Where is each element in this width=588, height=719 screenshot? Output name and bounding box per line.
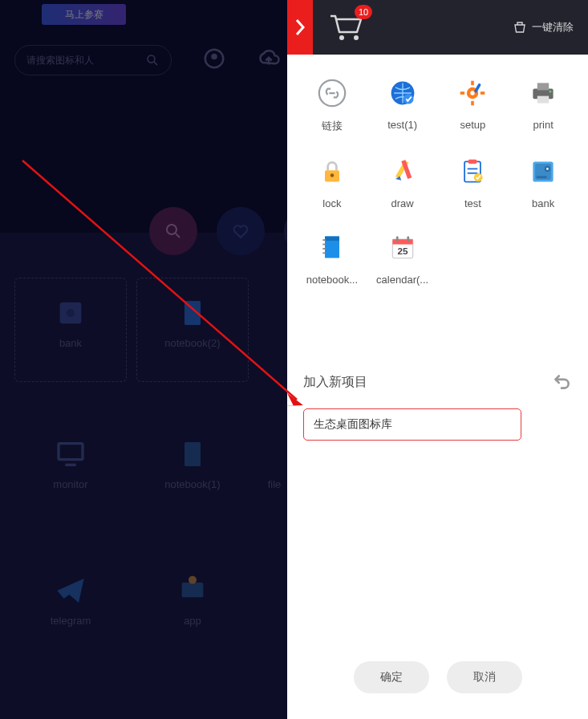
svg-point-31 bbox=[549, 91, 552, 93]
dark-overlay bbox=[0, 0, 287, 719]
undo-icon bbox=[551, 371, 572, 392]
confirm-button[interactable]: 确定 bbox=[354, 661, 429, 693]
chevron-right-icon bbox=[294, 18, 306, 36]
svg-rect-53 bbox=[392, 239, 412, 244]
svg-rect-50 bbox=[322, 248, 326, 250]
bank-item-label: bank bbox=[509, 197, 577, 209]
svg-rect-49 bbox=[322, 244, 326, 246]
cart-count: 10 bbox=[359, 7, 368, 17]
notebook-item-label: notebook... bbox=[298, 274, 366, 286]
svg-point-33 bbox=[330, 173, 335, 177]
link-icon bbox=[318, 79, 347, 108]
icon-grid: 链接test(1)setupprintlockdrawtestbanknoteb… bbox=[287, 55, 588, 286]
svg-rect-37 bbox=[468, 160, 477, 164]
test-item[interactable]: test bbox=[440, 157, 507, 209]
test1-item-label: test(1) bbox=[369, 119, 436, 131]
svg-point-16 bbox=[339, 35, 344, 40]
clear-all-label: 一键清除 bbox=[532, 20, 574, 35]
bottom-actions: 确定 取消 bbox=[287, 661, 588, 693]
link-item-label: 链接 bbox=[298, 119, 366, 133]
cart-panel: 10 一键清除 链接test(1)setupprintlockdrawtestb… bbox=[287, 0, 588, 719]
calendar-item[interactable]: 25calendar(... bbox=[369, 234, 436, 286]
notebook-icon bbox=[318, 234, 347, 262]
svg-rect-22 bbox=[472, 81, 475, 85]
undo-button[interactable] bbox=[551, 371, 572, 392]
gear-icon bbox=[458, 79, 487, 108]
clipboard-icon bbox=[458, 157, 487, 186]
globe-icon bbox=[388, 79, 417, 108]
draw-item[interactable]: draw bbox=[369, 157, 436, 209]
lock-icon bbox=[318, 157, 347, 186]
panel-header: 10 一键清除 bbox=[287, 0, 588, 55]
pencil-icon bbox=[388, 157, 417, 186]
safe-icon bbox=[529, 157, 558, 186]
test1-item[interactable]: test(1) bbox=[369, 79, 436, 133]
broom-icon bbox=[513, 20, 527, 35]
test-item-label: test bbox=[440, 197, 507, 209]
print-item[interactable]: print bbox=[509, 79, 577, 133]
svg-point-26 bbox=[471, 91, 475, 95]
link-item[interactable]: 链接 bbox=[298, 79, 366, 133]
cart-indicator[interactable]: 10 bbox=[327, 11, 367, 43]
draw-item-label: draw bbox=[369, 197, 436, 209]
setup-item-label: setup bbox=[440, 119, 507, 131]
collapse-button[interactable] bbox=[287, 0, 313, 55]
svg-point-20 bbox=[403, 94, 414, 104]
lock-item[interactable]: lock bbox=[298, 157, 366, 209]
svg-rect-48 bbox=[322, 239, 326, 241]
add-project-section: 加入新项目 bbox=[287, 374, 588, 441]
cancel-button[interactable]: 取消 bbox=[447, 661, 522, 693]
print-item-label: print bbox=[509, 119, 577, 131]
svg-text:25: 25 bbox=[397, 246, 408, 256]
svg-rect-29 bbox=[537, 83, 549, 90]
clear-all-button[interactable]: 一键清除 bbox=[513, 20, 574, 35]
svg-rect-55 bbox=[407, 237, 409, 242]
svg-point-44 bbox=[546, 168, 549, 170]
lock-item-label: lock bbox=[298, 197, 366, 209]
svg-rect-54 bbox=[396, 237, 399, 242]
svg-rect-30 bbox=[537, 96, 549, 104]
add-project-title: 加入新项目 bbox=[303, 374, 572, 391]
project-name-input[interactable] bbox=[303, 408, 521, 441]
svg-point-17 bbox=[354, 35, 359, 40]
svg-rect-45 bbox=[537, 176, 547, 178]
svg-rect-25 bbox=[481, 91, 485, 95]
calendar-item-label: calendar(... bbox=[369, 274, 436, 286]
svg-rect-51 bbox=[322, 252, 326, 254]
bank-item[interactable]: bank bbox=[509, 157, 577, 209]
svg-rect-23 bbox=[472, 101, 475, 105]
svg-rect-47 bbox=[325, 237, 339, 241]
cart-badge: 10 bbox=[355, 5, 372, 19]
calendar-icon: 25 bbox=[388, 234, 417, 262]
svg-rect-24 bbox=[460, 91, 464, 95]
setup-item[interactable]: setup bbox=[440, 79, 507, 133]
notebook-item[interactable]: notebook... bbox=[298, 234, 366, 286]
printer-icon bbox=[529, 79, 558, 108]
